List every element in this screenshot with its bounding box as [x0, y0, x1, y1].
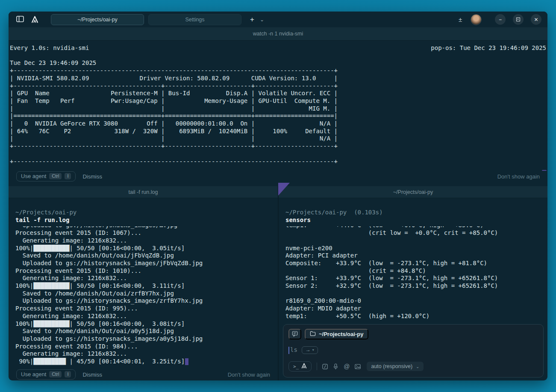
- sensors-clipped-line: temp1: +44.0°C (low = +0.0°C, high = +85…: [285, 226, 484, 228]
- tail-log-content: ~/Projects/oai-py tail -f run.log Upload…: [9, 198, 278, 366]
- log-lines: Uploaded to gs://historysnacks_images/….…: [15, 226, 271, 358]
- chat-bubble-icon: [292, 331, 298, 338]
- caret-down-icon: ▾: [312, 348, 314, 352]
- ctrl-key-badge: Ctrl: [49, 173, 62, 179]
- use-agent-label: Use agent: [21, 173, 46, 179]
- user-avatar[interactable]: [471, 14, 482, 25]
- minimize-button[interactable]: −: [495, 14, 506, 25]
- pane-header-sensors: ~/Projects/oai-py: [279, 186, 547, 198]
- i-key-badge: I: [65, 371, 71, 377]
- pane-title: tail -f run.log: [129, 189, 158, 195]
- titlebar: ~/Projects/oai-py Settings + ⌄ ± − ✕: [9, 12, 547, 27]
- toolbar-divider: [317, 363, 317, 370]
- prompt-cwd: ~/Projects/oai-py (0.103s): [285, 209, 541, 216]
- dismiss-link[interactable]: Dismiss: [82, 173, 102, 180]
- pane-tail-log: tail -f run.log ~/Projects/oai-py tail -…: [9, 186, 278, 380]
- attach-image-icon[interactable]: [355, 364, 361, 369]
- folder-icon: [310, 331, 316, 337]
- tab-label: Settings: [185, 17, 204, 23]
- command-line: sensors: [285, 216, 541, 224]
- chevron-down-icon: ⌄: [416, 364, 419, 369]
- close-button[interactable]: ✕: [531, 14, 541, 25]
- enter-suggestion-pill[interactable]: → ▾: [302, 346, 318, 354]
- maximize-icon: [516, 18, 520, 21]
- tab-label: ~/Projects/oai-py: [77, 17, 117, 23]
- log-last-line: 90%|█████████ | 45/50 [00:14<00:01, 3.25…: [15, 358, 271, 366]
- pane-header-watch: watch -n 1 nvidia-smi: [9, 27, 547, 41]
- log-last-text: 90%|█████████ | 45/50 [00:14<00:01, 3.25…: [15, 358, 185, 366]
- input-card-header: ~/Projects/oai-py: [288, 329, 538, 339]
- log-clipped-line: Uploaded to gs://historysnacks_images/….…: [15, 226, 177, 228]
- log-output: Uploaded to gs://historysnacks_images/….…: [15, 226, 271, 365]
- warp-agent-icon: [301, 363, 307, 370]
- agent-banner-top: Use agent Ctrl I Dismiss Don't show agai…: [9, 170, 547, 183]
- warp-logo-icon: [29, 14, 40, 25]
- command-input-row[interactable]: ls → ▾: [288, 345, 538, 355]
- dont-show-again-link[interactable]: Don't show again: [228, 372, 270, 378]
- agent-chat-button[interactable]: [288, 329, 301, 339]
- watch-interval-label: Every 1.0s: nvidia-smi: [10, 44, 89, 52]
- new-tab-button[interactable]: +: [247, 15, 257, 24]
- slash-command-icon[interactable]: [322, 364, 328, 369]
- tab-list-chevron-icon[interactable]: ⌄: [259, 17, 265, 23]
- sidebar-toggle-icon: [16, 16, 24, 23]
- maximize-button[interactable]: [513, 14, 524, 25]
- cwd-chip[interactable]: ~/Projects/oai-py: [305, 329, 368, 339]
- prompt-cwd-text: ~/Projects/oai-py: [285, 209, 347, 216]
- cwd-chip-label: ~/Projects/oai-py: [319, 331, 363, 337]
- input-toolbar: >_ @: [288, 361, 538, 372]
- pane-title: ~/Projects/oai-py: [393, 189, 433, 195]
- sidebar-toggle-button[interactable]: [15, 14, 26, 25]
- use-agent-button[interactable]: Use agent Ctrl I: [16, 171, 76, 181]
- sensors-content: ~/Projects/oai-py (0.103s) sensors temp1…: [279, 198, 547, 320]
- command-line: tail -f run.log: [15, 216, 271, 224]
- sensors-output: temp1: +44.0°C (low = +0.0°C, high = +85…: [285, 226, 541, 320]
- i-key-badge: I: [65, 173, 71, 179]
- command-duration: (0.103s): [354, 209, 382, 216]
- dont-show-again-link[interactable]: Don't show again: [497, 173, 540, 180]
- command-input-card: ~/Projects/oai-py ls → ▾ >_: [283, 324, 544, 377]
- use-agent-label: Use agent: [21, 371, 46, 377]
- nvidia-smi-output-area: Every 1.0s: nvidia-smi pop-os: Tue Dec 2…: [9, 41, 547, 171]
- model-mode-label: auto (responsive): [371, 363, 412, 369]
- watch-status-row: Every 1.0s: nvidia-smi pop-os: Tue Dec 2…: [10, 44, 546, 52]
- mention-icon[interactable]: @: [344, 363, 350, 370]
- microphone-icon[interactable]: [333, 363, 338, 370]
- agent-banner-left: Use agent Ctrl I Dismiss Don't show agai…: [9, 369, 278, 380]
- tab-settings[interactable]: Settings: [148, 14, 241, 25]
- pane-header-tail: tail -f run.log: [9, 186, 278, 198]
- terminal-cursor: [185, 358, 188, 365]
- pane-title: watch -n 1 nvidia-smi: [253, 31, 303, 37]
- host-time-label: pop-os: Tue Dec 23 19:46:09 2025: [431, 44, 546, 52]
- log-body: Processing event 2015 (ID: 1067)... Gene…: [15, 229, 203, 357]
- pane-nvidia-watch: watch -n 1 nvidia-smi Every 1.0s: nvidia…: [9, 27, 547, 186]
- arrow-right-icon: →: [306, 347, 311, 353]
- sensors-body: (crit low = +0.0°C, crit = +85.0°C) nvme…: [285, 229, 498, 319]
- nvidia-smi-table: Tue Dec 23 19:46:09 2025 +--------------…: [10, 52, 546, 166]
- pane-sensors: ~/Projects/oai-py ~/Projects/oai-py (0.1…: [279, 186, 547, 380]
- terminal-window: ~/Projects/oai-py Settings + ⌄ ± − ✕ wat…: [9, 12, 547, 380]
- ctrl-key-badge: Ctrl: [49, 371, 62, 377]
- text-cursor: [288, 347, 289, 354]
- use-agent-button[interactable]: Use agent Ctrl I: [16, 369, 76, 380]
- sensors-lines: temp1: +44.0°C (low = +0.0°C, high = +85…: [285, 226, 541, 320]
- tab-projects-oai-py[interactable]: ~/Projects/oai-py: [51, 14, 144, 25]
- model-mode-dropdown[interactable]: auto (responsive) ⌄: [367, 362, 424, 371]
- terminal-mode-button[interactable]: >_: [288, 361, 312, 372]
- bottom-split: tail -f run.log ~/Projects/oai-py tail -…: [9, 186, 547, 380]
- prompt-cwd: ~/Projects/oai-py: [15, 209, 271, 216]
- command-input-ghost: ls: [290, 346, 297, 354]
- font-size-adjust-icon[interactable]: ±: [456, 16, 465, 23]
- dismiss-link[interactable]: Dismiss: [82, 372, 102, 378]
- terminal-prompt-icon: >_: [293, 364, 299, 369]
